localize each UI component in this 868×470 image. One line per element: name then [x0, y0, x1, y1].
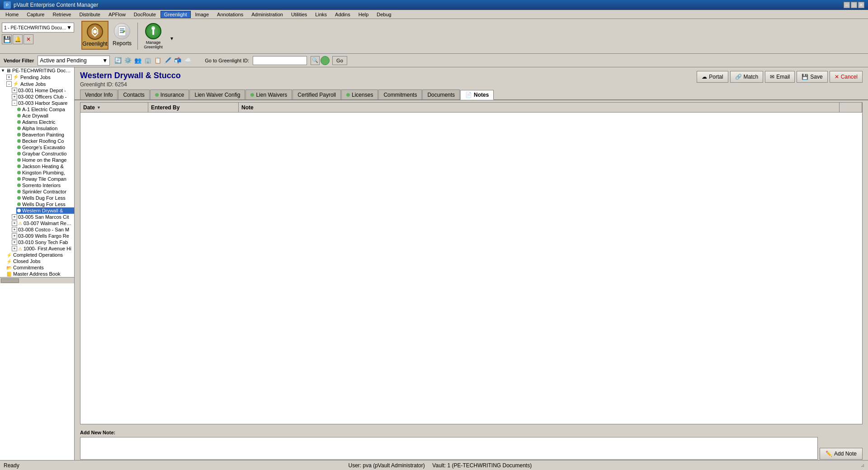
goto-go-button[interactable]: Go [332, 56, 347, 65]
email-button[interactable]: ✉ Email [765, 71, 795, 83]
save-button[interactable]: 💾 Save [797, 71, 827, 83]
add-note-button[interactable]: ✏️ Add Note [820, 448, 863, 460]
cancel-button[interactable]: ✕ Cancel [830, 71, 863, 83]
goto-search-icon[interactable]: 🔍 [311, 56, 320, 65]
tree-horizontal-scrollbar[interactable] [0, 277, 74, 283]
tab-insurance[interactable]: Insurance [150, 89, 189, 99]
tree-root[interactable]: ▼ 🖥 PE-TECHWRITING Documents [0, 67, 74, 74]
tree-expand-03001[interactable]: + [12, 88, 17, 93]
tree-expand-03005[interactable]: + [12, 214, 17, 220]
tree-item-pending-jobs[interactable]: + ⚡ Pending Jobs [5, 74, 74, 80]
menu-capture[interactable]: Capture [23, 11, 48, 18]
tree-item-job-03007[interactable]: + ⚠ 03-007 Walmart Remo [11, 220, 74, 226]
menu-debug[interactable]: Debug [373, 11, 395, 18]
col-date[interactable]: Date ▼ [80, 103, 148, 112]
tab-commitments[interactable]: Commitments [378, 89, 422, 99]
tree-item-closed-jobs[interactable]: ⚡ Closed Jobs [5, 258, 74, 264]
filter-icon-4[interactable]: 📋 [153, 56, 162, 65]
tree-item-sorrento[interactable]: Sorrento Interiors [16, 182, 74, 188]
tab-contacts[interactable]: Contacts [118, 89, 149, 99]
tree-item-becker-roofing[interactable]: Becker Roofing Co [16, 138, 74, 144]
tree-item-wells-dug-2[interactable]: Wells Dug For Less [16, 201, 74, 207]
col-entered-by[interactable]: Entered By [148, 103, 239, 112]
tab-notes[interactable]: 📄 Notes [460, 90, 494, 100]
tree-expand-03003[interactable]: - [12, 100, 17, 106]
greenlight-toolbar-button[interactable]: Greenlight [81, 21, 108, 50]
doc-selector-dropdown[interactable]: 1 - PE-TECHWRITING Documer ▼ [2, 23, 74, 33]
tree-expand-03008[interactable]: + [12, 227, 17, 232]
filter-icon-5[interactable]: 🖊️ [163, 56, 172, 65]
menu-administration[interactable]: Administration [248, 11, 287, 18]
tree-item-job-1000[interactable]: + ⚠ 1000- First Avenue Hi [11, 245, 74, 252]
alert-button[interactable]: 🔔 [13, 34, 23, 44]
tab-certified-payroll[interactable]: Certified Payroll [292, 89, 341, 99]
reports-toolbar-button[interactable]: Reports [108, 21, 136, 49]
tree-item-georges-excavation[interactable]: George's Excavatio [16, 144, 74, 150]
tab-vendor-info[interactable]: Vendor Info [80, 89, 118, 99]
maximize-button[interactable]: □ [851, 2, 857, 8]
tree-expand-03010[interactable]: + [12, 240, 17, 245]
tree-item-job-03003[interactable]: - 03-003 Harbor Square [11, 100, 74, 106]
tree-item-home-range[interactable]: Home on the Range [16, 157, 74, 163]
cancel-small-button[interactable]: ✕ [24, 34, 33, 44]
tree-expand-1000[interactable]: + [12, 246, 17, 251]
tree-item-job-03009[interactable]: + 03-009 Wells Fargo Re [11, 233, 74, 239]
manage-greenlight-button[interactable]: Manage Greenlight [140, 21, 167, 52]
tree-item-job-03005[interactable]: + 03-005 San Marcos Cit [11, 214, 74, 220]
tab-licenses[interactable]: Licenses [341, 89, 378, 99]
goto-input[interactable] [253, 56, 307, 65]
tab-lien-waivers[interactable]: Lien Waivers [245, 89, 292, 99]
tree-item-kingston-plumbing[interactable]: Kingston Plumbing, [16, 169, 74, 176]
tree-item-ace-drywall[interactable]: Ace Drywall [16, 113, 74, 119]
menu-links[interactable]: Links [311, 11, 330, 18]
menu-home[interactable]: Home [2, 11, 22, 18]
tree-item-poway-tile[interactable]: Poway Tile Compan [16, 176, 74, 182]
tree-item-wells-dug-1[interactable]: Wells Dug For Less [16, 195, 74, 201]
menu-apflow[interactable]: APFlow [105, 11, 129, 18]
tree-item-jackson-heating[interactable]: Jackson Heating & [16, 163, 74, 169]
tree-item-active-jobs[interactable]: - ⚡ Active Jobs [5, 80, 74, 87]
tree-item-adams-electric[interactable]: Adams Electric [16, 119, 74, 125]
menu-greenlight[interactable]: Greenlight [160, 11, 191, 18]
match-button[interactable]: 🔗 Match [730, 71, 764, 83]
tree-expand-03007[interactable]: + [12, 221, 17, 226]
menu-docroute[interactable]: DocRoute [130, 11, 160, 18]
menu-help[interactable]: Help [355, 11, 373, 18]
resize-grip-icon[interactable]: ⊿ [861, 463, 864, 468]
filter-icon-3[interactable]: 🏢 [143, 56, 152, 65]
tree-item-western-drywall[interactable]: Western Drywall & [16, 207, 74, 214]
tree-item-a1electric[interactable]: A-1 Electric Compa [16, 106, 74, 113]
menu-annotations[interactable]: Annotations [213, 11, 247, 18]
col-note[interactable]: Note [239, 103, 840, 112]
minimize-button[interactable]: – [844, 2, 850, 8]
menu-image[interactable]: Image [192, 11, 213, 18]
tree-expand-03009[interactable]: + [12, 233, 17, 239]
tree-item-alpha-insulation[interactable]: Alpha Insulation [16, 125, 74, 132]
tree-item-job-03008[interactable]: + 03-008 Costco - San M [11, 226, 74, 233]
tree-expand-03002[interactable]: + [12, 94, 17, 99]
menu-retrieve[interactable]: Retrieve [49, 11, 75, 18]
status-filter-dropdown[interactable]: Active and Pending ▼ [38, 56, 110, 66]
filter-icon-1[interactable]: ⚙️ [123, 56, 132, 65]
tab-lien-waiver-config[interactable]: Lien Waiver Config [189, 89, 245, 99]
tree-expand-active[interactable]: - [6, 81, 12, 87]
tree-item-sprinkler[interactable]: Sprinkler Contractor [16, 188, 74, 195]
portal-button[interactable]: ☁ Portal [697, 71, 728, 83]
close-button[interactable]: ✕ [858, 2, 864, 8]
filter-icon-2[interactable]: 👥 [133, 56, 142, 65]
add-note-textarea[interactable] [80, 437, 818, 460]
filter-icon-6[interactable]: 📬 [173, 56, 182, 65]
tree-item-completed-ops[interactable]: ⚡ Completed Operations [5, 252, 74, 258]
menu-addins[interactable]: Addins [331, 11, 354, 18]
refresh-icon[interactable]: 🔄 [113, 56, 123, 65]
tree-item-job-03002[interactable]: + 03-002 Officers Club - [11, 94, 74, 100]
tree-item-job-03001[interactable]: + 03-001 Home Depot - [11, 87, 74, 94]
menu-distribute[interactable]: Distribute [75, 11, 104, 18]
tab-documents[interactable]: Documents [422, 89, 460, 99]
tree-item-commitments[interactable]: 📂 Commitments [5, 264, 74, 271]
tree-item-address-book[interactable]: 📒 Master Address Book [5, 271, 74, 277]
menu-utilities[interactable]: Utilities [288, 11, 311, 18]
save-small-button[interactable]: 💾 [2, 34, 12, 44]
tree-item-graybar[interactable]: Graybar Constructio [16, 150, 74, 157]
tree-item-beaverton-painting[interactable]: Beaverton Painting [16, 132, 74, 138]
